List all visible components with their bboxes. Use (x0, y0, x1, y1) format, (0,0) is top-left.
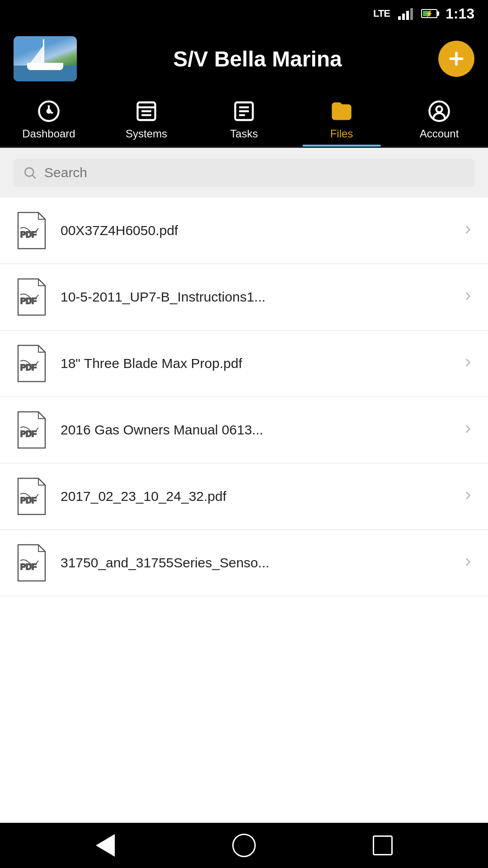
plus-icon (446, 49, 466, 69)
status-time: 1:13 (446, 5, 474, 22)
chevron-right-icon (462, 423, 474, 437)
file-name: 2017_02_23_10_24_32.pdf (61, 489, 451, 504)
battery-charging-icon: ⚡ (425, 10, 433, 17)
file-item[interactable]: PDF 2017_02_23_10_24_32.pdf (0, 463, 488, 530)
systems-label: Systems (126, 127, 167, 140)
file-name: 2016 Gas Owners Manual 0613... (61, 422, 451, 438)
chevron-right-icon (462, 223, 474, 238)
svg-point-1 (47, 110, 51, 113)
tasks-icon (231, 99, 257, 124)
dashboard-label: Dashboard (22, 127, 75, 140)
svg-point-5 (436, 106, 442, 112)
pdf-icon: PDF (14, 210, 50, 251)
app-header: S/V Bella Marina (0, 27, 488, 90)
nav-item-systems[interactable]: Systems (98, 90, 195, 146)
systems-icon (134, 99, 159, 124)
svg-text:PDF: PDF (20, 363, 37, 372)
svg-text:PDF: PDF (20, 429, 37, 439)
search-input[interactable] (44, 165, 465, 180)
file-item[interactable]: PDF 18" Three Blade Max Prop.pdf (0, 330, 488, 397)
chevron-right-icon (462, 489, 474, 504)
nav-item-files[interactable]: Files (293, 90, 390, 146)
search-container (0, 148, 488, 198)
nav-bar: Dashboard Systems Tasks Fi (0, 90, 488, 148)
home-button[interactable] (230, 832, 258, 859)
chevron-right-icon (462, 556, 474, 570)
add-button[interactable] (438, 41, 474, 77)
account-label: Account (420, 127, 459, 140)
account-icon (427, 99, 452, 124)
chevron-right-icon (462, 356, 474, 371)
dashboard-icon (36, 99, 61, 124)
lte-indicator: LTE (373, 8, 390, 19)
search-icon (23, 165, 37, 180)
nav-item-tasks[interactable]: Tasks (195, 90, 293, 146)
pdf-icon: PDF (14, 476, 50, 517)
svg-text:PDF: PDF (20, 230, 37, 239)
files-icon (329, 99, 354, 124)
file-name: 18" Three Blade Max Prop.pdf (61, 356, 451, 371)
nav-item-dashboard[interactable]: Dashboard (0, 90, 98, 146)
file-item[interactable]: PDF 00X37Z4H6050.pdf (0, 198, 488, 264)
back-button[interactable] (92, 832, 119, 859)
file-name: 10-5-2011_UP7-B_Instructions1... (61, 289, 451, 305)
file-name: 31750_and_31755Series_Senso... (61, 555, 451, 571)
signal-strength (398, 7, 413, 20)
file-list: PDF 00X37Z4H6050.pdf PDF 10-5-2011_UP7-B… (0, 198, 488, 825)
file-item[interactable]: PDF 10-5-2011_UP7-B_Instructions1... (0, 264, 488, 330)
chevron-right-icon (462, 290, 474, 304)
tasks-label: Tasks (230, 127, 258, 140)
boat-thumbnail[interactable] (14, 36, 77, 81)
file-item[interactable]: PDF 31750_and_31755Series_Senso... (0, 530, 488, 596)
app-title: S/V Bella Marina (86, 47, 429, 71)
status-bar: LTE ⚡ 1:13 (0, 0, 488, 27)
recents-button[interactable] (369, 832, 396, 859)
pdf-icon: PDF (14, 343, 50, 384)
battery-indicator: ⚡ (421, 9, 437, 18)
pdf-icon: PDF (14, 277, 50, 317)
svg-text:PDF: PDF (20, 496, 37, 505)
pdf-icon: PDF (14, 410, 50, 450)
file-name: 00X37Z4H6050.pdf (61, 223, 451, 238)
system-nav-bar (0, 823, 488, 868)
files-label: Files (330, 127, 353, 140)
search-wrapper (14, 159, 474, 187)
pdf-icon: PDF (14, 542, 50, 583)
file-item[interactable]: PDF 2016 Gas Owners Manual 0613... (0, 397, 488, 463)
nav-item-account[interactable]: Account (390, 90, 488, 146)
svg-text:PDF: PDF (20, 297, 37, 306)
svg-text:PDF: PDF (20, 562, 37, 571)
